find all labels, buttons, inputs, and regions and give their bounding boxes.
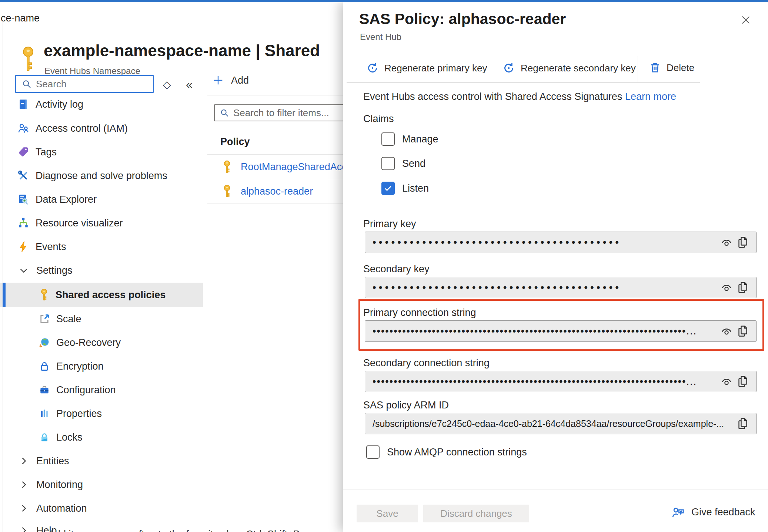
copy-icon[interactable]	[735, 234, 751, 250]
chevron-right-icon	[19, 479, 29, 490]
policy-link[interactable]: RootManageSharedAcce	[241, 161, 353, 173]
sidebar-item-events[interactable]: Events	[0, 235, 203, 259]
reveal-icon[interactable]	[718, 279, 735, 296]
people-icon	[17, 122, 30, 135]
key-icon	[221, 160, 233, 174]
data-explorer-icon	[17, 193, 30, 206]
sidebar-item-configuration[interactable]: Configuration	[0, 378, 203, 402]
secondary-connection-string-field: ••••••••••••••••••••••••••••••••••••••••…	[365, 371, 757, 392]
clipped-favorites-bar-text: Add items you use often to the favorites…	[48, 529, 344, 532]
sidebar-item-activity-log[interactable]: Activity log	[0, 92, 203, 117]
sidebar-item-shared-access-policies[interactable]: Shared access policies	[0, 283, 203, 307]
key-icon	[221, 185, 233, 198]
primary-connection-string-label: Primary connection string	[363, 307, 476, 319]
sidebar-search-input[interactable]: Search	[15, 75, 154, 93]
sidebar-group-entities[interactable]: Entities	[0, 449, 203, 473]
chevron-right-icon	[19, 525, 29, 532]
search-options-icon[interactable]: ◇	[163, 78, 171, 91]
sidebar-group-monitoring[interactable]: Monitoring	[0, 472, 203, 497]
policy-column-header: Policy	[220, 136, 250, 148]
sidebar-search-placeholder: Search	[36, 78, 66, 90]
add-policy-button[interactable]: Add	[212, 74, 249, 87]
scale-icon	[39, 313, 50, 325]
send-checkbox[interactable]	[381, 157, 395, 170]
activity-log-icon	[17, 98, 30, 111]
sidebar-group-settings[interactable]: Settings	[0, 258, 203, 283]
close-icon[interactable]	[740, 14, 752, 26]
claim-manage-row: Manage	[381, 132, 438, 146]
manage-checkbox[interactable]	[381, 132, 395, 146]
panel-description: Event Hubs access control with Shared Ac…	[363, 91, 676, 102]
learn-more-link[interactable]: Learn more	[625, 91, 676, 102]
arm-id-field: /subscriptions/e7c245c0-edaa-4ce0-ab21-6…	[365, 413, 757, 434]
arm-id-value: /subscriptions/e7c245c0-edaa-4ce0-ab21-6…	[373, 418, 735, 429]
save-button[interactable]: Save	[357, 505, 418, 522]
trash-icon	[649, 61, 661, 74]
listen-checkbox[interactable]	[381, 182, 395, 195]
globe-icon	[39, 337, 50, 349]
copy-icon[interactable]	[735, 373, 751, 390]
search-icon	[219, 108, 230, 118]
divider	[207, 95, 348, 95]
sidebar-item-geo-recovery[interactable]: Geo-Recovery	[0, 330, 203, 355]
selected-indicator	[3, 283, 6, 307]
primary-connection-string-value: ••••••••••••••••••••••••••••••••••••••••…	[373, 326, 718, 337]
primary-key-field: ••••••••••••••••••••••••••••••••••••••••	[365, 232, 757, 253]
regenerate-icon	[366, 61, 379, 75]
discard-changes-button[interactable]: Discard changes	[423, 505, 529, 522]
give-feedback-button[interactable]: Give feedback	[671, 505, 755, 519]
secondary-connection-string-label: Secondary connection string	[363, 357, 490, 369]
regenerate-icon	[502, 61, 515, 75]
sidebar-item-access-control[interactable]: Access control (IAM)	[0, 116, 203, 141]
claim-send-row: Send	[381, 157, 425, 170]
claim-listen-row: Listen	[381, 182, 429, 195]
sidebar-item-scale[interactable]: Scale	[0, 307, 203, 331]
copy-icon[interactable]	[735, 279, 751, 296]
claims-label: Claims	[363, 113, 394, 125]
panel-title: SAS Policy: alphasoc-reader	[359, 10, 566, 28]
chevron-right-icon	[19, 503, 29, 514]
sidebar-item-tags[interactable]: Tags	[0, 140, 203, 164]
sidebar-item-resource-visualizer[interactable]: Resource visualizer	[0, 211, 203, 235]
resource-visualizer-icon	[17, 217, 30, 229]
secondary-key-label: Secondary key	[363, 263, 430, 275]
lock-outline-icon	[39, 360, 50, 372]
reveal-icon[interactable]	[718, 373, 735, 390]
divider	[207, 179, 348, 179]
namespace-key-icon	[20, 45, 36, 75]
sidebar-item-encryption[interactable]: Encryption	[0, 354, 203, 378]
reveal-icon[interactable]	[718, 234, 735, 250]
divider	[343, 489, 768, 489]
secondary-connection-string-value: ••••••••••••••••••••••••••••••••••••••••…	[373, 376, 718, 387]
sidebar-group-automation[interactable]: Automation	[0, 496, 203, 521]
secondary-key-field: ••••••••••••••••••••••••••••••••••••••••	[365, 277, 757, 298]
panel-subtitle: Event Hub	[360, 32, 401, 42]
sidebar-item-properties[interactable]: Properties	[0, 401, 203, 426]
reveal-icon[interactable]	[718, 323, 735, 339]
bars-icon	[39, 408, 50, 420]
lock-filled-icon	[39, 431, 50, 443]
amqp-row: Show AMQP connection strings	[366, 445, 527, 459]
page-subtitle: Event Hubs Namespace	[44, 66, 140, 76]
secondary-key-value: ••••••••••••••••••••••••••••••••••••••••	[373, 282, 718, 293]
sidebar-item-locks[interactable]: Locks	[0, 425, 203, 449]
arm-id-label: SAS policy ARM ID	[363, 400, 449, 411]
azure-top-bar	[0, 0, 768, 2]
sidebar-item-data-explorer[interactable]: Data Explorer	[0, 187, 203, 212]
breadcrumb[interactable]: ce-name	[1, 13, 40, 24]
divider	[347, 82, 700, 83]
plus-icon	[212, 74, 224, 87]
delete-button[interactable]: Delete	[649, 61, 694, 74]
tag-icon	[17, 146, 30, 158]
chevron-right-icon	[19, 456, 29, 466]
show-amqp-checkbox[interactable]	[366, 445, 380, 459]
primary-connection-string-field: ••••••••••••••••••••••••••••••••••••••••…	[365, 320, 757, 342]
copy-icon[interactable]	[735, 323, 751, 339]
copy-icon[interactable]	[735, 415, 751, 432]
sas-policy-panel: SAS Policy: alphasoc-reader Event Hub Re…	[343, 2, 768, 532]
collapse-sidebar-icon[interactable]: «	[186, 78, 193, 91]
sidebar-item-diagnose[interactable]: Diagnose and solve problems	[0, 164, 203, 188]
regenerate-secondary-key-button[interactable]: Regenerate secondary key	[502, 61, 636, 75]
regenerate-primary-key-button[interactable]: Regenerate primary key	[366, 61, 487, 75]
policy-link[interactable]: alphasoc-reader	[241, 186, 313, 197]
